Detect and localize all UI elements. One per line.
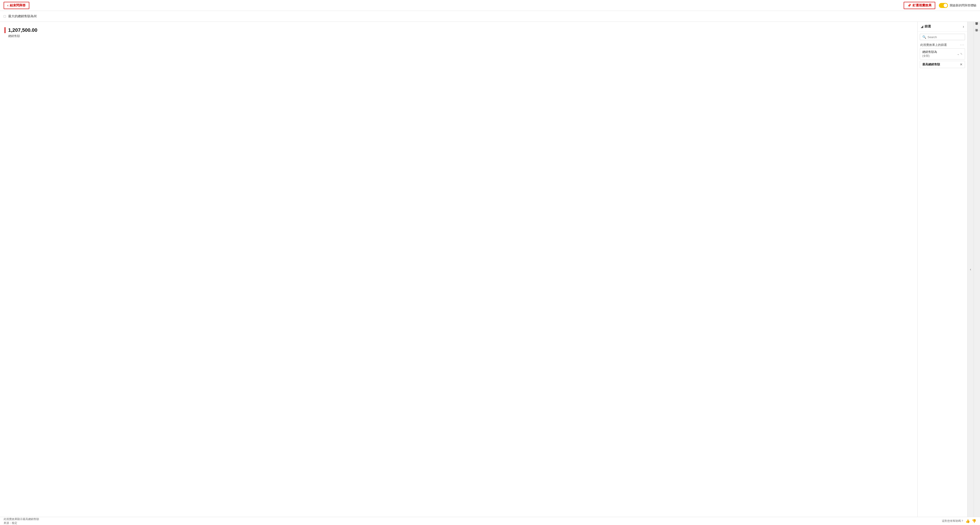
side-tabs: 篩選效果 書籤: [974, 22, 980, 517]
filter-item-left: 總銷售額為 (全部): [922, 50, 937, 58]
filter-close-button[interactable]: ✕: [960, 63, 963, 66]
visual-filters-text: 此視覺效果上的篩選: [920, 43, 947, 47]
search-input[interactable]: [928, 35, 963, 39]
side-tab-bookmarks[interactable]: 書籤: [974, 30, 980, 37]
footer-source-label: 此視覺效果顯示最高總銷售額: [4, 517, 39, 521]
result-label: 總銷售額: [5, 34, 913, 38]
search-box[interactable]: 🔍: [920, 34, 965, 40]
end-qa-button[interactable]: ‹ 結束問與答: [4, 2, 29, 9]
active-filter-label: 最高總銷售額: [922, 62, 940, 67]
main-wrapper: 1,207,500.00 總銷售額 ◢ 篩選 › 🔍 此視覺效果上的篩選 ···: [0, 22, 980, 517]
new-qa-toggle[interactable]: [939, 3, 948, 8]
back-arrow-icon: ‹: [7, 3, 8, 8]
filter-panel: ◢ 篩選 › 🔍 此視覺效果上的篩選 ··· 總銷售額為 (全部) ⌄: [917, 22, 967, 517]
filter-title: 篩選: [924, 24, 931, 29]
filter-item-value: (全部): [922, 54, 937, 58]
filter-icon: ◢: [921, 25, 923, 29]
question-text: 最大的總銷售額為何: [8, 14, 37, 18]
question-bar: □ 最大的總銷售額為何: [0, 11, 980, 22]
chat-icon: □: [4, 14, 6, 18]
header: ‹ 結束問與答 📌 釘選視覺效果 開啟新的問與答體驗: [0, 0, 980, 11]
pin-label: 釘選視覺效果: [913, 3, 932, 8]
collapse-panel-button[interactable]: ‹: [967, 22, 974, 517]
thumbs-down-button[interactable]: 👎: [972, 519, 976, 523]
toggle-group: 開啟新的問與答體驗: [939, 3, 976, 8]
header-right: 📌 釘選視覺效果 開啟新的問與答體驗: [904, 2, 976, 9]
pin-visual-button[interactable]: 📌 釘選視覺效果: [904, 2, 935, 9]
filter-item-name: 總銷售額為: [922, 50, 937, 54]
footer-right: 這對您有幫助嗎？ 👍 👎: [942, 519, 976, 523]
footer: 此視覺效果顯示最高總銷售額 來源：檢定 這對您有幫助嗎？ 👍 👎: [0, 517, 980, 525]
result-value: 1,207,500.00: [5, 27, 913, 33]
filter-header: ◢ 篩選 ›: [918, 22, 967, 32]
content-area: 1,207,500.00 總銷售額: [0, 22, 917, 517]
filter-expand-button[interactable]: ›: [963, 24, 964, 29]
visual-filters-label: 此視覺效果上的篩選 ···: [918, 41, 967, 48]
edit-icon: ✎: [960, 52, 963, 56]
filter-item-sales[interactable]: 總銷售額為 (全部) ⌄ ✎: [920, 48, 965, 59]
footer-source-sublabel: 來源：檢定: [4, 521, 39, 525]
thumbs-up-button[interactable]: 👍: [966, 519, 970, 523]
helpful-label: 這對您有幫助嗎？: [942, 519, 964, 523]
filter-active-item: 最高總銷售額 ✕: [920, 61, 965, 68]
collapse-icon: ‹: [970, 267, 971, 271]
header-left: ‹ 結束問與答: [4, 2, 29, 9]
filter-options-button[interactable]: ···: [960, 43, 964, 47]
filter-item-controls: ⌄ ✎: [957, 52, 963, 56]
filter-header-left: ◢ 篩選: [921, 24, 931, 29]
toggle-label: 開啟新的問與答體驗: [950, 3, 976, 8]
side-tab-filter-effects[interactable]: 篩選效果: [974, 24, 980, 30]
search-icon: 🔍: [922, 35, 926, 39]
pin-icon: 📌: [907, 4, 911, 7]
chevron-down-icon: ⌄: [957, 52, 959, 56]
end-qa-label: 結束問與答: [10, 3, 25, 8]
footer-source: 此視覺效果顯示最高總銷售額 來源：檢定: [4, 517, 39, 525]
